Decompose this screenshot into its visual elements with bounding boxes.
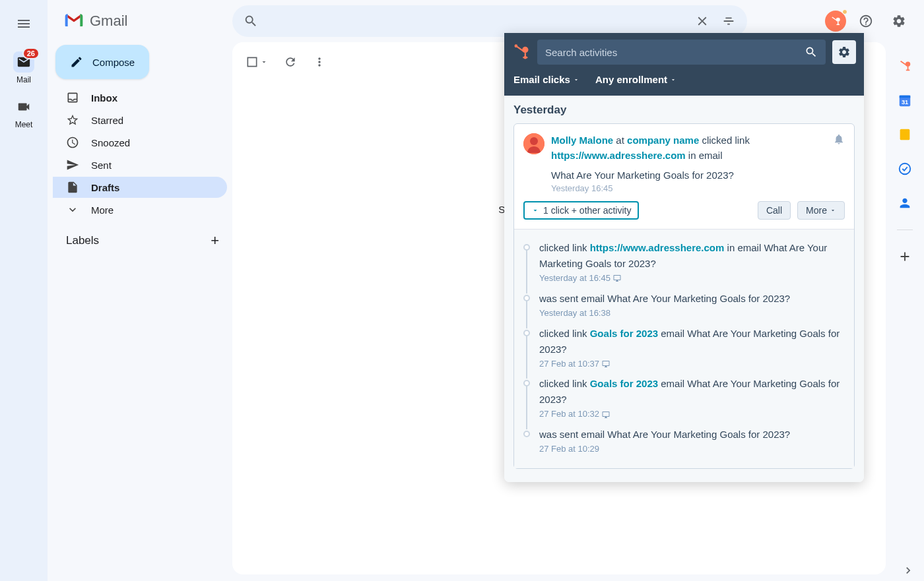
rr-calendar-icon[interactable]: 31 xyxy=(897,92,913,108)
timeline-text: was sent email What Are Your Marketing G… xyxy=(539,427,790,456)
nav-sent[interactable]: Sent xyxy=(53,154,227,175)
timeline-text: clicked link Goals for 2023 email What A… xyxy=(539,376,845,421)
star-icon xyxy=(66,113,79,127)
header-actions xyxy=(825,8,917,34)
chevron-down-icon xyxy=(573,76,579,83)
rail-mail-label: Mail xyxy=(16,75,31,84)
hubspot-logo-icon xyxy=(512,43,531,61)
nav-starred[interactable]: Starred xyxy=(53,109,227,131)
timeline-link[interactable]: Goals for 2023 xyxy=(590,378,658,389)
filter-enrollment[interactable]: Any enrollment xyxy=(595,74,676,85)
right-rail: 31 xyxy=(886,42,924,581)
video-icon xyxy=(16,100,31,114)
panel-search[interactable] xyxy=(537,40,826,65)
labels-title: Labels xyxy=(66,234,99,247)
compose-label: Compose xyxy=(92,57,135,68)
svg-point-9 xyxy=(524,56,527,59)
timeline-text: clicked link https://www.adresshere.com … xyxy=(539,240,845,286)
clock-icon xyxy=(66,136,79,149)
hubspot-header-icon[interactable] xyxy=(825,11,846,32)
card-description: Molly Malone at company name clicked lin… xyxy=(551,133,750,163)
more-button[interactable]: More xyxy=(797,201,845,220)
panel-search-input[interactable] xyxy=(545,47,805,58)
clicked-url-link[interactable]: https://www.adresshere.com xyxy=(551,150,686,161)
rr-tasks-icon[interactable] xyxy=(897,161,913,177)
more-actions-button[interactable] xyxy=(313,55,326,69)
rail-meet-label: Meet xyxy=(15,120,33,129)
rail-meet[interactable]: Meet xyxy=(13,96,34,129)
collapse-side-panel-button[interactable] xyxy=(902,564,915,577)
rr-divider xyxy=(897,229,913,230)
main-menu-button[interactable] xyxy=(8,8,40,40)
rr-hubspot-icon[interactable] xyxy=(897,58,913,74)
activity-card: Molly Malone at company name clicked lin… xyxy=(513,123,855,469)
chevron-down-icon xyxy=(260,58,268,66)
search-bar[interactable] xyxy=(232,5,747,37)
call-button[interactable]: Call xyxy=(758,201,791,220)
svg-point-11 xyxy=(530,137,538,145)
nav-inbox[interactable]: Inbox xyxy=(53,87,227,108)
inbox-icon xyxy=(66,91,79,104)
search-icon[interactable] xyxy=(805,46,818,59)
timeline-text: clicked link Goals for 2023 email What A… xyxy=(539,326,845,371)
timeline-item: clicked link Goals for 2023 email What A… xyxy=(523,323,845,374)
search-options-button[interactable] xyxy=(715,8,742,34)
nav-label: Drafts xyxy=(91,182,119,193)
clear-search-button[interactable] xyxy=(689,8,715,34)
svg-point-1 xyxy=(906,62,910,67)
timeline-time: 27 Feb at 10:37 xyxy=(539,357,845,371)
contact-name-link[interactable]: Molly Malone xyxy=(551,135,613,146)
timeline: clicked link https://www.adresshere.com … xyxy=(514,229,854,468)
activity-timestamp: Yesterday 16:45 xyxy=(551,183,845,193)
panel-header: Email clicks Any enrollment xyxy=(504,33,864,96)
select-all-checkbox[interactable] xyxy=(246,55,268,69)
timeline-link[interactable]: https://www.adresshere.com xyxy=(590,242,725,253)
rr-add-button[interactable] xyxy=(897,249,913,264)
section-title: Yesterday xyxy=(513,104,855,117)
nav-list: InboxStarredSnoozedSentDraftsMore xyxy=(48,87,232,220)
svg-rect-3 xyxy=(900,96,911,98)
logo: Gmail xyxy=(48,5,232,45)
svg-point-0 xyxy=(836,18,840,22)
nav-more[interactable]: More xyxy=(53,199,227,220)
filter-email-clicks[interactable]: Email clicks xyxy=(513,74,579,85)
rr-keep-icon[interactable] xyxy=(897,127,913,142)
pencil-icon xyxy=(70,55,83,69)
nav-snoozed[interactable]: Snoozed xyxy=(53,132,227,153)
svg-point-7 xyxy=(522,47,528,53)
mail-badge: 26 xyxy=(22,47,40,59)
refresh-button[interactable] xyxy=(284,55,297,69)
desktop-icon xyxy=(602,411,610,419)
search-icon[interactable] xyxy=(238,8,264,34)
labels-header: Labels + xyxy=(48,222,232,255)
panel-settings-button[interactable] xyxy=(832,40,856,64)
timeline-item: clicked link Goals for 2023 email What A… xyxy=(523,373,845,424)
timeline-time: Yesterday at 16:45 xyxy=(539,272,845,286)
settings-button[interactable] xyxy=(886,8,912,34)
left-rail: 26 Mail Meet xyxy=(0,0,48,581)
rail-mail[interactable]: 26 Mail xyxy=(13,51,34,84)
send-icon xyxy=(66,158,79,171)
svg-point-8 xyxy=(515,44,518,47)
nav-label: Sent xyxy=(91,160,112,171)
svg-text:31: 31 xyxy=(902,99,908,106)
timeline-link[interactable]: Goals for 2023 xyxy=(590,328,658,339)
svg-rect-5 xyxy=(900,129,910,140)
nav-label: Starred xyxy=(91,115,123,126)
desktop-icon xyxy=(613,274,621,282)
company-link[interactable]: company name xyxy=(627,135,699,146)
compose-button[interactable]: Compose xyxy=(55,45,149,79)
gmail-logo-icon xyxy=(63,11,84,32)
email-subject: What Are Your Marketing Goals for 2023? xyxy=(551,169,845,181)
nav-label: More xyxy=(91,204,114,216)
timeline-text: was sent email What Are Your Marketing G… xyxy=(539,291,790,321)
nav-drafts[interactable]: Drafts xyxy=(53,177,227,198)
help-button[interactable] xyxy=(853,8,879,34)
bell-icon[interactable] xyxy=(833,133,845,145)
rr-contacts-icon[interactable] xyxy=(897,195,913,211)
add-label-button[interactable]: + xyxy=(211,232,219,249)
nav-label: Inbox xyxy=(91,92,117,104)
expand-activity-chip[interactable]: 1 click + other activity xyxy=(523,201,639,220)
timeline-item: was sent email What Are Your Marketing G… xyxy=(523,288,845,323)
sidebar: Gmail Compose InboxStarredSnoozedSentDra… xyxy=(48,0,232,581)
